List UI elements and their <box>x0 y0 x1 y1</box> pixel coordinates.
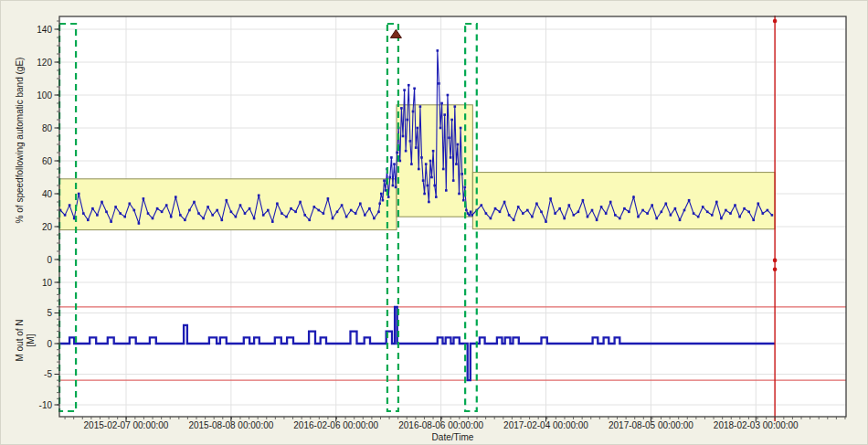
svg-text:2016-02-06 00:00:00: 2016-02-06 00:00:00 <box>293 420 378 430</box>
svg-text:2018-02-03 00:00:00: 2018-02-03 00:00:00 <box>714 420 799 430</box>
svg-text:10: 10 <box>42 278 53 288</box>
svg-text:0: 0 <box>47 339 52 349</box>
svg-text:120: 120 <box>37 58 52 68</box>
chart-canvas: 2015-02-07 00:00:002015-08-08 00:00:0020… <box>1 1 868 445</box>
y-axis-title-bottom-line2: [M] <box>26 304 36 377</box>
svg-text:5: 5 <box>47 308 52 318</box>
svg-text:20: 20 <box>42 222 53 232</box>
svg-text:100: 100 <box>37 90 52 101</box>
svg-text:60: 60 <box>42 156 53 166</box>
y-axis-top-scale: 020406080100120140 <box>37 21 59 265</box>
svg-text:2017-08-05 00:00:00: 2017-08-05 00:00:00 <box>609 420 693 430</box>
svg-text:140: 140 <box>37 25 52 35</box>
y-axis-bottom-scale: -10-50510 <box>39 278 59 410</box>
svg-text:0: 0 <box>47 255 52 265</box>
x-axis: 2015-02-07 00:00:002015-08-08 00:00:0020… <box>65 417 845 430</box>
svg-text:2015-08-08 00:00:00: 2015-08-08 00:00:00 <box>188 420 273 430</box>
x-axis-title: Date/Time <box>59 432 846 442</box>
svg-text:-5: -5 <box>44 369 52 379</box>
trend-chart-figure: 2015-02-07 00:00:002015-08-08 00:00:0020… <box>0 0 868 445</box>
y-axis-title-bottom-line1: M out of N <box>15 304 25 377</box>
svg-text:-10: -10 <box>39 400 53 410</box>
svg-text:2017-02-04 00:00:00: 2017-02-04 00:00:00 <box>503 420 588 430</box>
svg-text:80: 80 <box>42 123 53 133</box>
svg-text:40: 40 <box>42 189 53 199</box>
svg-text:2015-02-07 00:00:00: 2015-02-07 00:00:00 <box>84 420 169 430</box>
svg-text:2016-08-06 00:00:00: 2016-08-06 00:00:00 <box>398 420 483 430</box>
y-axis-title-top: % of speedfollowing automatic band (gE) <box>15 4 25 278</box>
